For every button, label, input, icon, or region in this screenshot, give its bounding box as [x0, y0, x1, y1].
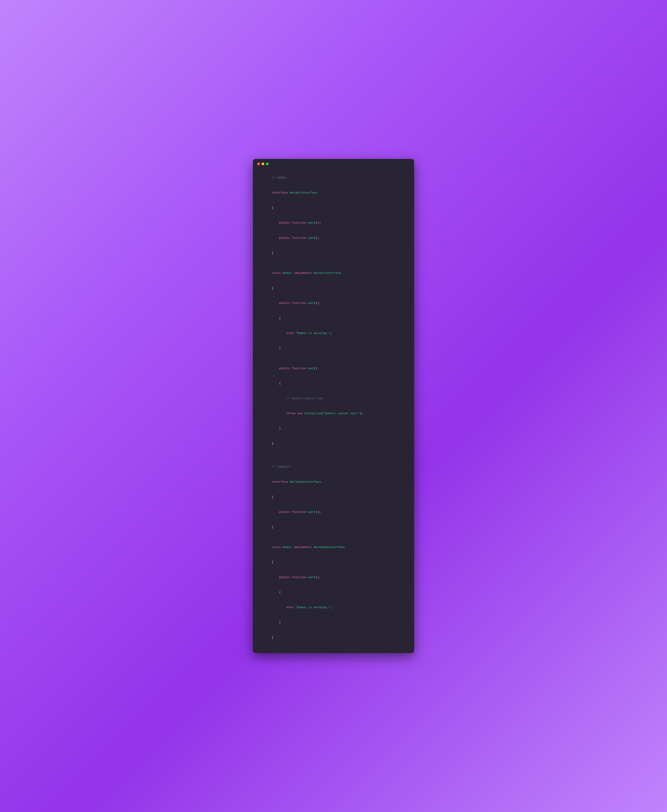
- spacer: [261, 535, 406, 540]
- close-button[interactable]: [257, 163, 260, 165]
- code-line: }: [261, 246, 406, 261]
- code-line: // Robots cannot eat: [261, 391, 406, 406]
- code-line: public function eat();: [261, 231, 406, 246]
- code-line: }: [261, 630, 406, 645]
- code-line: interface WorkableInterface: [261, 475, 406, 490]
- code-line: public function work(): [261, 570, 406, 585]
- code-line: interface WorkerInterface: [261, 186, 406, 201]
- code-line: class Robot implements WorkableInterface: [261, 540, 406, 555]
- code-line: }: [261, 615, 406, 630]
- code-line: }: [261, 520, 406, 535]
- code-line: }: [261, 341, 406, 356]
- code-line: {: [261, 555, 406, 570]
- code-line: public function work(): [261, 296, 406, 311]
- code-line: throw new Exception("Robots cannot eat!"…: [261, 406, 406, 421]
- code-line: public function work();: [261, 216, 406, 231]
- code-line: public function eat(): [261, 361, 406, 376]
- titlebar: [253, 159, 414, 168]
- comment-correct: // CORRECT: [272, 465, 290, 469]
- wrong-comment-line: // WRONG: [261, 170, 406, 186]
- spacer: [261, 261, 406, 266]
- section-spacer: [261, 451, 406, 460]
- code-line: {: [261, 376, 406, 391]
- code-block: // WRONG interface WorkerInterface { pub…: [253, 168, 414, 645]
- minimize-button[interactable]: [262, 163, 264, 165]
- code-line: {: [261, 281, 406, 296]
- code-line: echo "Robot is working.";: [261, 600, 406, 615]
- code-line: }: [261, 421, 406, 436]
- code-line: }: [261, 436, 406, 452]
- maximize-button[interactable]: [266, 163, 269, 165]
- code-line: {: [261, 311, 406, 326]
- code-line: {: [261, 585, 406, 600]
- code-line: echo "Robot is working.";: [261, 326, 406, 341]
- code-window: // WRONG interface WorkerInterface { pub…: [253, 159, 414, 653]
- code-line: public function work();: [261, 505, 406, 520]
- correct-comment-line: // CORRECT: [261, 460, 406, 475]
- spacer: [261, 356, 406, 361]
- code-line: {: [261, 201, 406, 216]
- code-line: {: [261, 490, 406, 505]
- comment-wrong: // WRONG: [272, 176, 286, 179]
- code-line: class Robot implements WorkerInterface: [261, 266, 406, 281]
